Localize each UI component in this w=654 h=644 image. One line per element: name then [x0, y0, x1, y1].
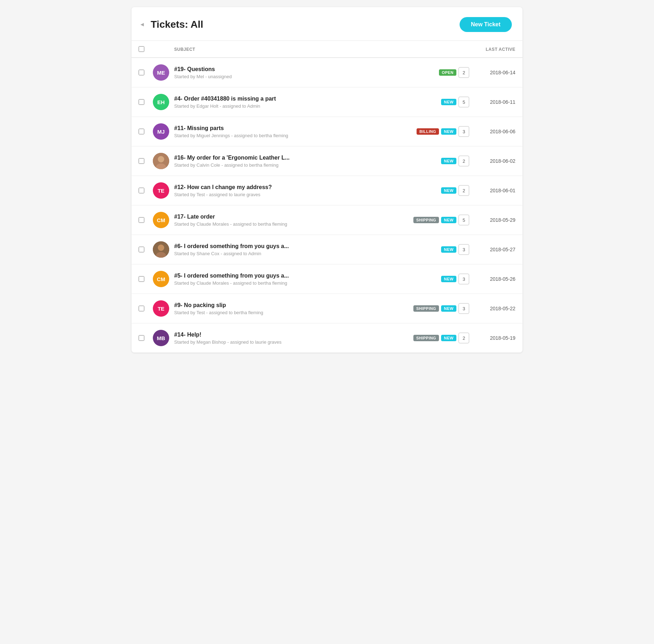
status-badge: NEW [441, 99, 456, 105]
page-title: Tickets: All [151, 19, 203, 30]
row-checkbox[interactable] [139, 306, 144, 311]
avatar: MB [153, 330, 169, 346]
table-header: SUBJECT LAST ACTIVE [132, 41, 522, 58]
count-badge: 5 [459, 215, 469, 225]
table-row[interactable]: ME#19- QuestionsStarted by Mel - unassig… [132, 58, 522, 87]
avatar [153, 241, 169, 258]
ticket-subtitle: Started by Test - assigned to laurie gra… [174, 192, 387, 197]
ticket-title[interactable]: #12- How can I change my address? [174, 184, 387, 190]
count-badge: 2 [459, 333, 469, 343]
count-badge: 2 [459, 67, 469, 78]
status-badge: NEW [441, 128, 456, 135]
avatar: EH [153, 94, 169, 110]
avatar: TE [153, 182, 169, 199]
ticket-title[interactable]: #4- Order #40341880 is missing a part [174, 96, 387, 102]
avatar: ME [153, 64, 169, 81]
avatar-col: ME [153, 64, 174, 81]
subject-col: #6- I ordered something from you guys a.… [174, 243, 391, 256]
status-badge: NEW [441, 335, 456, 341]
status-badge: NEW [441, 246, 456, 253]
ticket-title[interactable]: #17- Late order [174, 214, 387, 220]
svg-point-4 [158, 245, 164, 251]
row-checkbox[interactable] [139, 217, 144, 223]
status-badge: NEW [441, 187, 456, 194]
table-row[interactable]: CM#17- Late orderStarted by Claude Moral… [132, 205, 522, 235]
row-checkbox[interactable] [139, 276, 144, 282]
ticket-title[interactable]: #19- Questions [174, 66, 387, 73]
row-checkbox[interactable] [139, 129, 144, 134]
avatar-col: MJ [153, 123, 174, 140]
ticket-title[interactable]: #9- No packing slip [174, 302, 387, 308]
status-badge: NEW [441, 276, 456, 282]
ticket-subtitle: Started by Test - assigned to bertha fle… [174, 310, 387, 315]
row-checkbox[interactable] [139, 158, 144, 164]
subject-col: #9- No packing slipStarted by Test - ass… [174, 302, 391, 315]
page-header: ◄ Tickets: All New Ticket [132, 7, 522, 41]
last-active-col: 2018-05-19 [469, 335, 515, 341]
table-row[interactable]: #6- I ordered something from you guys a.… [132, 235, 522, 264]
select-all-checkbox[interactable] [139, 46, 144, 52]
ticket-title[interactable]: #5- I ordered something from you guys a.… [174, 273, 387, 279]
last-active-col: 2018-05-26 [469, 276, 515, 282]
count-badge: 5 [459, 97, 469, 107]
header-check-col [139, 46, 153, 52]
ticket-subtitle: Started by Miguel Jennings - assigned to… [174, 133, 387, 138]
ticket-title[interactable]: #14- Help! [174, 332, 387, 338]
ticket-subtitle: Started by Mel - unassigned [174, 74, 387, 79]
tags-col: OPEN2 [391, 67, 469, 78]
last-active-col: 2018-06-14 [469, 70, 515, 75]
last-active-col: 2018-05-22 [469, 306, 515, 311]
row-checkbox[interactable] [139, 99, 144, 105]
header-last-active: LAST ACTIVE [469, 46, 515, 52]
ticket-subtitle: Started by Claude Morales - assigned to … [174, 221, 387, 227]
status-badge: BILLING [417, 128, 439, 135]
header-left: ◄ Tickets: All [139, 19, 203, 30]
last-active-col: 2018-06-11 [469, 99, 515, 105]
new-ticket-button[interactable]: New Ticket [460, 17, 512, 32]
table-row[interactable]: EH#4- Order #40341880 is missing a partS… [132, 87, 522, 117]
subject-col: #11- Missing partsStarted by Miguel Jenn… [174, 125, 391, 138]
avatar-col: TE [153, 182, 174, 199]
last-active-col: 2018-05-29 [469, 217, 515, 223]
row-check-col [139, 99, 153, 105]
avatar-col: CM [153, 212, 174, 228]
ticket-title[interactable]: #6- I ordered something from you guys a.… [174, 243, 387, 249]
ticket-title[interactable]: #11- Missing parts [174, 125, 387, 132]
count-badge: 3 [459, 126, 469, 137]
table-row[interactable]: MB#14- Help!Started by Megan Bishop - as… [132, 323, 522, 353]
row-check-col [139, 276, 153, 282]
row-checkbox[interactable] [139, 335, 144, 341]
ticket-subtitle: Started by Shane Cox - assigned to Admin [174, 251, 387, 256]
table-row[interactable]: TE#9- No packing slipStarted by Test - a… [132, 294, 522, 323]
sidebar-toggle-icon[interactable]: ◄ [139, 21, 146, 28]
row-check-col [139, 306, 153, 311]
subject-col: #5- I ordered something from you guys a.… [174, 273, 391, 286]
row-check-col [139, 158, 153, 164]
row-check-col [139, 247, 153, 252]
row-checkbox[interactable] [139, 188, 144, 193]
row-check-col [139, 217, 153, 223]
row-checkbox[interactable] [139, 70, 144, 75]
count-badge: 2 [459, 156, 469, 166]
row-checkbox[interactable] [139, 247, 144, 252]
table-row[interactable]: CM#5- I ordered something from you guys … [132, 264, 522, 294]
status-badge: SHIPPING [413, 305, 439, 312]
table-row[interactable]: TE#12- How can I change my address?Start… [132, 176, 522, 205]
row-check-col [139, 188, 153, 193]
last-active-col: 2018-05-27 [469, 247, 515, 252]
last-active-col: 2018-06-06 [469, 129, 515, 134]
tags-col: SHIPPINGNEW2 [391, 333, 469, 343]
tags-col: NEW3 [391, 274, 469, 284]
last-active-col: 2018-06-01 [469, 188, 515, 193]
table-row[interactable]: MJ#11- Missing partsStarted by Miguel Je… [132, 117, 522, 146]
table-row[interactable]: #16- My order for a 'Ergonomic Leather L… [132, 146, 522, 176]
row-check-col [139, 129, 153, 134]
svg-point-1 [158, 156, 164, 162]
status-badge: NEW [441, 158, 456, 164]
subject-col: #17- Late orderStarted by Claude Morales… [174, 214, 391, 227]
count-badge: 3 [459, 303, 469, 314]
avatar [153, 153, 169, 169]
ticket-title[interactable]: #16- My order for a 'Ergonomic Leather L… [174, 155, 387, 161]
status-badge: SHIPPING [413, 335, 439, 341]
last-active-column-label: LAST ACTIVE [486, 47, 515, 52]
